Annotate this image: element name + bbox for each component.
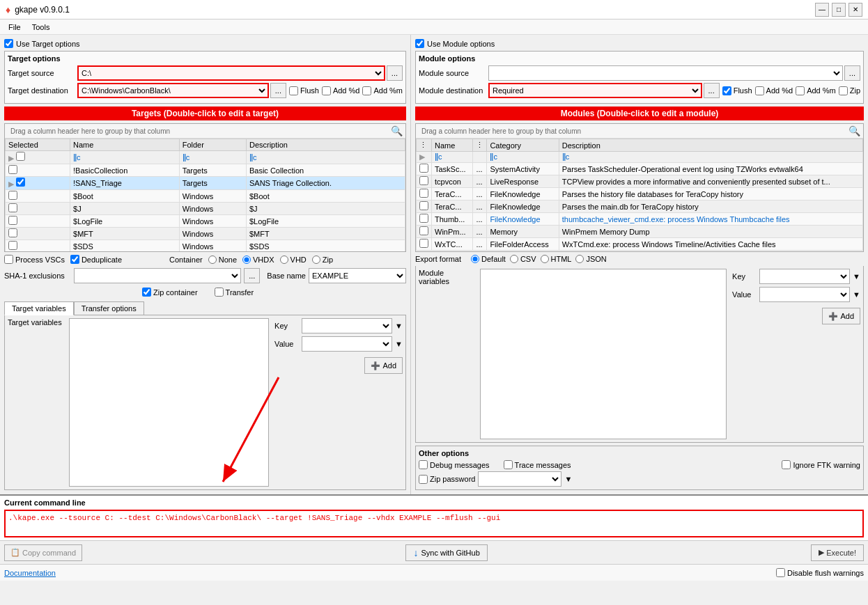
col-name[interactable]: Name — [432, 139, 473, 152]
process-vscs-checkbox[interactable] — [4, 255, 13, 264]
use-target-options-row: Use Target options — [4, 39, 406, 48]
transfer-checkbox[interactable] — [215, 288, 224, 297]
target-add-button[interactable]: ➕ Add — [364, 357, 403, 374]
debug-messages-checkbox[interactable] — [419, 460, 428, 469]
module-key-select[interactable] — [759, 269, 850, 284]
target-source-label: Target source — [8, 69, 77, 77]
module-flush-label: Flush — [734, 86, 752, 95]
use-module-options-checkbox[interactable] — [415, 39, 424, 48]
disable-flush-checkbox[interactable] — [776, 568, 785, 577]
table-row: WinPm......MemoryWinPmem Memory Dump — [417, 226, 863, 238]
module-value-label: Value — [732, 290, 757, 299]
zip-password-select[interactable] — [478, 471, 561, 487]
row-checkbox[interactable] — [8, 203, 17, 212]
container-none-radio[interactable] — [208, 256, 217, 264]
ignore-ftk-checkbox[interactable] — [782, 460, 791, 469]
zip-container-checkbox[interactable] — [142, 288, 151, 297]
variables-panel: Target variables Key ▼ Value ▼ — [4, 315, 406, 490]
deduplicate-checkbox[interactable] — [70, 255, 79, 264]
value-select[interactable] — [302, 336, 392, 352]
col-category[interactable]: Category — [487, 139, 559, 152]
target-vars-area[interactable] — [69, 318, 269, 487]
module-dest-select[interactable]: Required — [488, 83, 702, 98]
target-flush-checkbox[interactable] — [289, 86, 298, 95]
zip-password-checkbox[interactable] — [419, 475, 428, 484]
key-dropdown-icon: ▼ — [395, 322, 403, 330]
module-flush-checkbox[interactable] — [722, 86, 731, 95]
row-checkbox[interactable] — [8, 191, 17, 200]
module-row-checkbox[interactable] — [419, 226, 428, 235]
module-value-select[interactable] — [759, 287, 850, 302]
module-addm-checkbox[interactable] — [796, 86, 805, 95]
sha1-select[interactable] — [74, 268, 241, 283]
documentation-link[interactable]: Documentation — [4, 569, 56, 577]
module-variables-panel: Module variables Key ▼ Value ▼ — [415, 266, 864, 443]
menu-tools[interactable]: Tools — [26, 22, 56, 33]
target-dest-select[interactable]: C:\Windows\CarbonBlack\ — [77, 83, 269, 98]
module-vars-area[interactable] — [480, 269, 727, 439]
modules-search-icon[interactable]: 🔍 — [848, 125, 860, 136]
row-checkbox[interactable] — [8, 165, 17, 174]
target-addd-checkbox[interactable] — [322, 86, 331, 95]
tab-target-variables[interactable]: Target variables — [4, 301, 74, 315]
module-row-checkbox[interactable] — [419, 214, 428, 223]
basename-select[interactable]: EXAMPLE — [309, 268, 406, 283]
module-row-checkbox[interactable] — [419, 189, 428, 198]
module-zip-checkbox[interactable] — [839, 86, 848, 95]
other-options-box: Other options Debug messages Trace messa… — [415, 446, 864, 490]
row-checkbox[interactable] — [8, 241, 17, 250]
target-addm-checkbox[interactable] — [362, 86, 371, 95]
row-checkbox[interactable] — [8, 216, 17, 225]
module-dest-browse-button[interactable]: ... — [704, 83, 720, 98]
container-vhd-radio[interactable] — [280, 256, 288, 264]
menu-file[interactable]: File — [3, 22, 26, 33]
tab-transfer-options[interactable]: Transfer options — [74, 301, 144, 315]
execute-button[interactable]: ▶ Execute! — [811, 544, 864, 561]
export-html-radio[interactable] — [541, 255, 549, 263]
container-vhdx-radio[interactable] — [242, 256, 251, 264]
minimize-button[interactable]: — — [815, 3, 829, 17]
sha1-browse-button[interactable]: ... — [244, 268, 260, 283]
col-name[interactable]: Name — [70, 139, 180, 151]
table-row: $BootWindows$Boot — [6, 190, 405, 203]
key-select[interactable] — [302, 318, 392, 333]
module-row-checkbox[interactable] — [419, 201, 428, 210]
row-checkbox[interactable] — [16, 178, 25, 187]
copy-command-button[interactable]: 📋 Copy command — [4, 544, 82, 561]
target-vars-label: Target variables — [8, 318, 63, 487]
col-description[interactable]: Description — [559, 139, 862, 152]
export-default-radio[interactable] — [471, 255, 479, 263]
module-source-browse-button[interactable]: ... — [844, 65, 860, 81]
col-selected[interactable]: Selected — [6, 139, 70, 151]
targets-search-icon[interactable]: 🔍 — [391, 125, 403, 136]
module-row-checkbox[interactable] — [419, 239, 428, 248]
col-description[interactable]: Description — [246, 139, 405, 151]
close-button[interactable]: ✕ — [848, 3, 862, 17]
target-source-browse-button[interactable]: ... — [387, 65, 403, 81]
module-row-checkbox[interactable] — [419, 176, 428, 185]
modules-table-scroll[interactable]: ⋮ Name ⋮ Category Description ▶ ǁcǁcǁc — [416, 139, 863, 251]
row-checkbox[interactable] — [16, 152, 25, 161]
container-zip-radio[interactable] — [312, 256, 320, 264]
options-row: Process VSCs Deduplicate Container None … — [4, 255, 406, 264]
trace-messages-checkbox[interactable] — [504, 460, 513, 469]
row-checkbox[interactable] — [8, 228, 17, 237]
export-json-radio[interactable] — [575, 255, 584, 263]
target-dest-browse-button[interactable]: ... — [270, 83, 286, 98]
module-source-select[interactable] — [488, 65, 843, 81]
target-source-select[interactable]: C:\ — [77, 65, 385, 81]
module-add-button[interactable]: ➕ Add — [822, 308, 860, 324]
container-vhd-label: VHD — [290, 256, 307, 264]
export-csv-radio[interactable] — [510, 255, 518, 263]
command-title: Current command line — [4, 498, 864, 507]
targets-table-scroll[interactable]: Selected Name Folder Description ▶ ǁcǁcǁ… — [5, 139, 405, 251]
bottom-bar: 📋 Copy command ↓ Sync with GitHub ▶ Exec… — [0, 540, 868, 564]
sync-github-button[interactable]: ↓ Sync with GitHub — [405, 544, 487, 561]
module-addd-checkbox[interactable] — [755, 86, 764, 95]
maximize-button[interactable]: □ — [832, 3, 846, 17]
module-row-checkbox[interactable] — [419, 164, 428, 173]
use-target-options-checkbox[interactable] — [4, 39, 13, 48]
modules-header: Modules (Double-click to edit a module) — [415, 107, 864, 120]
col-folder[interactable]: Folder — [179, 139, 246, 151]
module-dest-label: Module destination — [419, 86, 488, 95]
